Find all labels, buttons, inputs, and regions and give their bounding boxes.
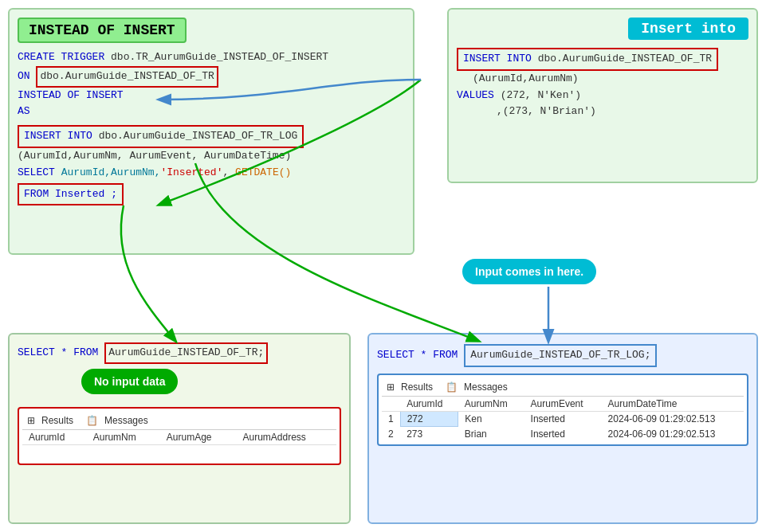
grid-icon-right: ⊞ <box>387 381 395 393</box>
col-r-aurumnm: AurumNm <box>458 397 524 412</box>
row-id-2: 273 <box>400 426 458 441</box>
code-table-name-box: dbo.AurumGuide_INSTEAD_OF_TR <box>36 66 218 88</box>
results-tabs-left: ⊞ Results 📋 Messages <box>22 412 336 430</box>
row-nm-1: Ken <box>458 411 524 426</box>
row-num-2: 2 <box>382 426 400 441</box>
col-aurumage: AurumAge <box>160 430 237 445</box>
code-table-left-box: AurumGuide_INSTEAD_OF_TR; <box>104 342 268 364</box>
row-id-1: 272 <box>400 411 458 426</box>
panel-bottom-left: SELECT * FROM AurumGuide_INSTEAD_OF_TR; … <box>8 333 351 524</box>
table-row: 1 272 Ken Inserted 2024-06-09 01:29:02.5… <box>382 411 744 426</box>
results-table-left: AurumId AurumNm AurumAge AurumAddress <box>22 430 336 461</box>
col-r-aurumevent: AurumEvent <box>524 397 602 412</box>
col-num <box>382 397 400 412</box>
row-dt-2: 2024-06-09 01:29:02.513 <box>602 426 744 441</box>
panel-title-insert-into: Insert into <box>628 18 748 40</box>
code-kw-select: SELECT <box>18 166 55 178</box>
row-nm-2: Brian <box>458 426 524 441</box>
row-event-1: Inserted <box>524 411 602 426</box>
code-kw-create: CREATE TRIGGER <box>18 51 104 63</box>
code-from-inserted-box: FROM Inserted ; <box>18 183 124 206</box>
results-tabs-right: ⊞ Results 📋 Messages <box>382 378 744 397</box>
row-dt-1: 2024-06-09 01:29:02.513 <box>602 411 744 426</box>
col-r-aurumid: AurumId <box>400 397 458 412</box>
results-tab-label: Results <box>41 415 73 426</box>
panel-top-right: Insert into INSERT INTO dbo.AurumGuide_I… <box>447 8 758 183</box>
results-area-left: ⊞ Results 📋 Messages AurumId AurumNm Aur… <box>18 407 341 466</box>
panel-title-instead-of-insert: INSTEAD OF INSERT <box>18 18 187 43</box>
col-aurumid: AurumId <box>22 430 87 445</box>
code-kw-on: ON <box>18 70 30 82</box>
messages-icon: 📋 <box>86 415 98 426</box>
messages-icon-right: 📋 <box>446 381 458 393</box>
code-kw-instead: INSTEAD OF INSERT <box>18 89 124 101</box>
grid-icon: ⊞ <box>27 415 35 426</box>
code-trigger-name: dbo.TR_AurumGuide_INSTEAD_OF_INSERT <box>111 51 328 63</box>
code-block-insert: INSERT INTO dbo.AurumGuide_INSTEAD_OF_TR… <box>457 46 748 120</box>
bubble-no-input: No input data <box>81 369 178 394</box>
code-insert-log-box: INSERT INTO dbo.AurumGuide_INSTEAD_OF_TR… <box>18 125 304 148</box>
bubble-input-comes: Input comes in here. <box>462 259 596 284</box>
panel-top-left: INSTEAD OF INSERT CREATE TRIGGER dbo.TR_… <box>8 8 414 255</box>
code-kw-as: AS <box>18 105 30 117</box>
results-table-right: AurumId AurumNm AurumEvent AurumDateTime… <box>382 397 744 441</box>
messages-tab-right-label: Messages <box>464 381 508 393</box>
col-r-aurumdatetime: AurumDateTime <box>602 397 744 412</box>
table-row: 2 273 Brian Inserted 2024-06-09 01:29:02… <box>382 426 744 441</box>
panel-bottom-right: SELECT * FROM AurumGuide_INSTEAD_OF_TR_L… <box>367 333 758 524</box>
messages-tab-label: Messages <box>104 415 148 426</box>
row-event-2: Inserted <box>524 426 602 441</box>
code-kw-values: VALUES <box>457 89 494 101</box>
col-aurumnm: AurumNm <box>87 430 160 445</box>
code-block-trigger: CREATE TRIGGER dbo.TR_AurumGuide_INSTEAD… <box>18 49 405 205</box>
results-area-right: ⊞ Results 📋 Messages AurumId AurumNm Aur… <box>377 374 748 446</box>
row-num-1: 1 <box>382 411 400 426</box>
col-aurumaddress: AurumAddress <box>236 430 336 445</box>
code-insert-into-box: INSERT INTO dbo.AurumGuide_INSTEAD_OF_TR <box>457 48 718 71</box>
results-tab-right-label: Results <box>401 381 433 393</box>
code-select-right: SELECT * FROM AurumGuide_INSTEAD_OF_TR_L… <box>377 342 748 367</box>
empty-row <box>22 444 336 460</box>
code-table-right-box: AurumGuide_INSTEAD_OF_TR_LOG; <box>464 344 657 367</box>
code-select-left: SELECT * FROM AurumGuide_INSTEAD_OF_TR; <box>18 342 341 364</box>
